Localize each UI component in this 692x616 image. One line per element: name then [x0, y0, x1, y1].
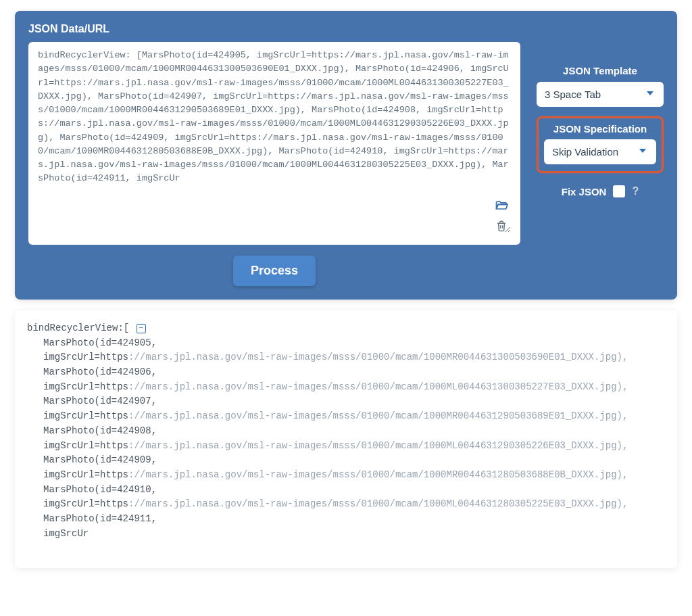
output-line: imgSrcUrl=https://mars.jpl.nasa.gov/msl-… [27, 380, 665, 395]
output-line: MarsPhoto(id=424906, [27, 365, 665, 380]
chevron-down-icon [645, 88, 656, 101]
output-line: imgSrcUrl=https://mars.jpl.nasa.gov/msl-… [27, 468, 665, 483]
fix-json-label: Fix JSON [562, 186, 607, 197]
process-button[interactable]: Process [233, 256, 316, 286]
output-line: imgSrcUrl=https://mars.jpl.nasa.gov/msl-… [27, 439, 665, 454]
output-line: MarsPhoto(id=424911, [27, 512, 665, 527]
fix-json-checkbox[interactable] [613, 185, 625, 197]
json-data-input[interactable] [38, 49, 511, 233]
json-specification-highlighted: JSON Specification Skip Validation [537, 116, 664, 173]
output-line: MarsPhoto(id=424907, [27, 394, 665, 409]
output-panel: bindRecyclerView:[ − MarsPhoto(id=424905… [15, 310, 677, 568]
output-line: imgSrcUrl=https://mars.jpl.nasa.gov/msl-… [27, 350, 665, 365]
json-template-label: JSON Template [537, 65, 664, 76]
output-line: MarsPhoto(id=424908, [27, 424, 665, 439]
open-file-icon[interactable] [495, 199, 508, 212]
textarea-container [28, 42, 520, 245]
collapse-icon[interactable]: − [137, 324, 146, 333]
json-input-panel: JSON Data/URL [15, 11, 677, 300]
output-line: MarsPhoto(id=424905, [27, 336, 665, 351]
trash-icon[interactable] [495, 219, 508, 233]
chevron-down-icon [637, 145, 648, 158]
json-specification-label: JSON Specification [544, 123, 656, 135]
sidebar: JSON Template 3 Space Tab JSON Specifica… [537, 42, 664, 197]
json-template-dropdown[interactable]: 3 Space Tab [537, 82, 664, 107]
output-line: MarsPhoto(id=424909, [27, 453, 665, 468]
output-first-line: bindRecyclerView:[ − [27, 321, 665, 336]
panel-title: JSON Data/URL [28, 23, 664, 35]
output-line: imgSrcUrl=https://mars.jpl.nasa.gov/msl-… [27, 409, 665, 424]
help-icon[interactable]: ? [632, 185, 639, 197]
json-specification-value: Skip Validation [552, 146, 618, 158]
json-specification-dropdown[interactable]: Skip Validation [544, 139, 656, 164]
output-line: MarsPhoto(id=424910, [27, 483, 665, 498]
output-line: imgSrcUrl=https://mars.jpl.nasa.gov/msl-… [27, 497, 665, 512]
json-template-value: 3 Space Tab [545, 89, 601, 100]
output-line: imgSrcUr [27, 527, 665, 542]
